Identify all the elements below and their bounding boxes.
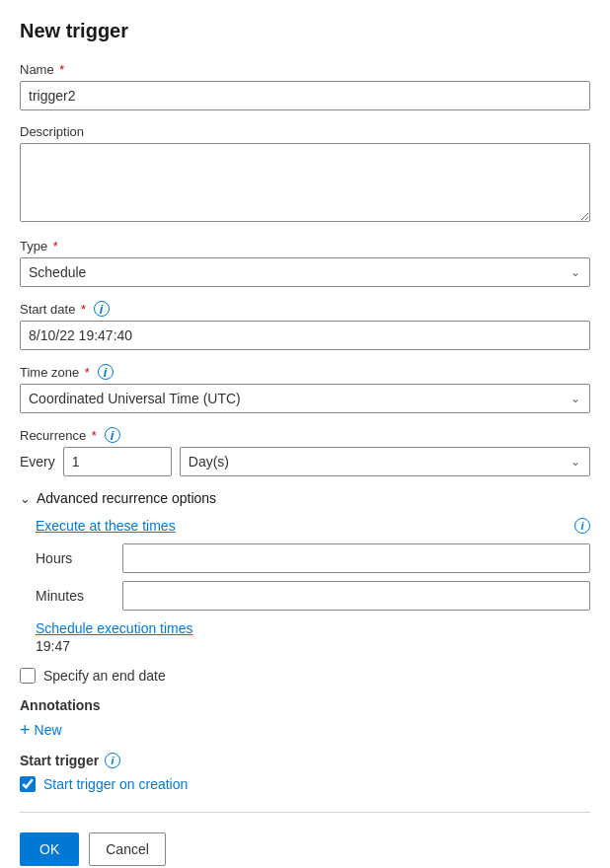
start-trigger-label-row: Start trigger i (20, 753, 590, 768)
start-trigger-section: Start trigger i Start trigger on creatio… (20, 753, 590, 792)
advanced-section-label: Advanced recurrence options (37, 490, 216, 506)
name-label: Name * (20, 62, 590, 77)
hours-label: Hours (36, 550, 114, 566)
recurrence-info-icon: i (105, 427, 120, 443)
specify-end-date-row: Specify an end date (20, 668, 590, 684)
new-annotation-label: New (35, 722, 62, 738)
advanced-content: Execute at these times i Hours Minutes S… (36, 518, 590, 654)
start-date-label: Start date * i (20, 301, 590, 317)
schedule-execution-times-link[interactable]: Schedule execution times (36, 620, 590, 636)
schedule-time-value: 19:47 (36, 638, 70, 654)
execute-at-times-link[interactable]: Execute at these times (36, 518, 176, 534)
minutes-label: Minutes (36, 588, 114, 604)
minutes-input[interactable] (122, 581, 590, 611)
advanced-toggle[interactable]: ⌄ Advanced recurrence options (20, 490, 590, 506)
start-date-field-group: Start date * i (20, 301, 590, 350)
type-field-group: Type * Schedule Tumbling Window Event ⌄ (20, 239, 590, 287)
specify-end-date-checkbox[interactable] (20, 668, 36, 684)
plus-icon: + (20, 721, 31, 739)
start-trigger-checkbox-label[interactable]: Start trigger on creation (43, 776, 188, 792)
name-field-group: Name * (20, 62, 590, 110)
cancel-button[interactable]: Cancel (89, 832, 166, 866)
timezone-select[interactable]: Coordinated Universal Time (UTC) Eastern… (20, 384, 590, 413)
recurrence-row: Every Day(s) Hour(s) Minute(s) Week(s) M… (20, 447, 590, 476)
execute-header: Execute at these times i (36, 518, 590, 534)
description-label: Description (20, 124, 590, 139)
timezone-label: Time zone * i (20, 364, 590, 380)
description-field-group: Description (20, 124, 590, 225)
description-input[interactable] (20, 143, 590, 222)
type-select[interactable]: Schedule Tumbling Window Event (20, 257, 590, 287)
advanced-section: ⌄ Advanced recurrence options Execute at… (20, 490, 590, 654)
new-annotation-button[interactable]: + New (20, 721, 62, 739)
type-select-wrapper: Schedule Tumbling Window Event ⌄ (20, 257, 590, 287)
ok-button[interactable]: OK (20, 832, 79, 866)
annotations-section: Annotations + New (20, 697, 590, 739)
recurrence-every-input[interactable] (63, 447, 172, 476)
recurrence-unit-select-wrapper: Day(s) Hour(s) Minute(s) Week(s) Month(s… (180, 447, 590, 476)
recurrence-field-group: Recurrence * i Every Day(s) Hour(s) Minu… (20, 427, 590, 476)
start-trigger-checkbox[interactable] (20, 776, 36, 792)
recurrence-unit-select[interactable]: Day(s) Hour(s) Minute(s) Week(s) Month(s… (180, 447, 590, 476)
type-label: Type * (20, 239, 590, 253)
annotations-title: Annotations (20, 697, 590, 713)
start-trigger-label: Start trigger (20, 753, 99, 768)
start-date-input[interactable] (20, 321, 590, 350)
footer-buttons: OK Cancel (20, 832, 590, 866)
execute-grid: Hours Minutes (36, 543, 590, 611)
specify-end-date-label[interactable]: Specify an end date (43, 668, 166, 684)
hours-input[interactable] (122, 543, 590, 573)
recurrence-label: Recurrence * i (20, 427, 590, 443)
timezone-info-icon: i (98, 364, 114, 380)
start-trigger-checkbox-row: Start trigger on creation (20, 776, 590, 792)
execute-info-icon: i (574, 518, 590, 534)
page-title: New trigger (20, 20, 590, 42)
name-input[interactable] (20, 81, 590, 110)
timezone-select-wrapper: Coordinated Universal Time (UTC) Eastern… (20, 384, 590, 413)
advanced-chevron-icon: ⌄ (20, 491, 31, 506)
footer-divider (20, 812, 590, 813)
start-date-info-icon: i (94, 301, 110, 317)
timezone-field-group: Time zone * i Coordinated Universal Time… (20, 364, 590, 413)
start-trigger-info-icon: i (105, 753, 120, 768)
every-label: Every (20, 454, 55, 470)
